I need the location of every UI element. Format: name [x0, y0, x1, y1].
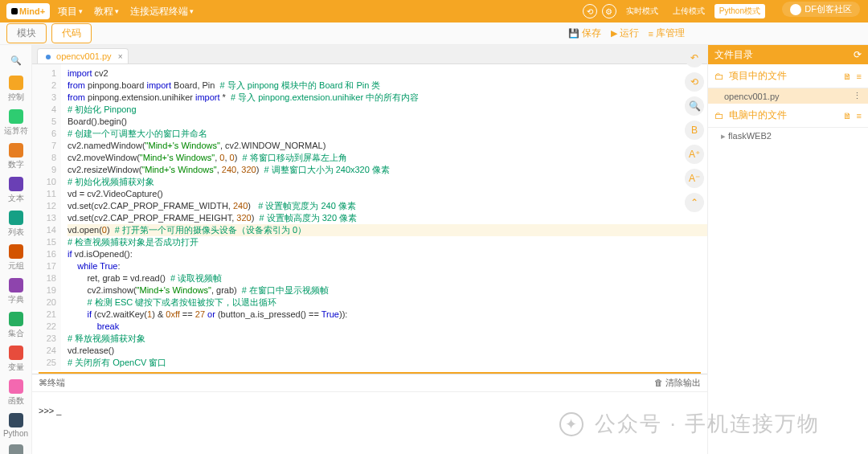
logo: Mind+ — [6, 3, 50, 19]
top-bar: Mind+ 项目 教程 连接远程终端 ⟲ ⚙ 实时模式 上传模式 Python模… — [0, 0, 868, 22]
mode-realtime[interactable]: 实时模式 — [621, 4, 663, 18]
wechat-icon: ✦ — [559, 412, 583, 436]
nav-item-1[interactable]: 控制 — [0, 72, 31, 106]
new-file-icon[interactable]: 🗎 — [843, 111, 852, 121]
computer-files-section[interactable]: 🗀 电脑中的文件 🗎 ≡ — [708, 104, 868, 128]
folder-icon: 🗀 — [714, 71, 724, 82]
code-editor[interactable]: 1234567891011121314151617181920212223242… — [32, 64, 707, 370]
tab-code[interactable]: 代码 — [51, 23, 92, 43]
folder-icon: 🗀 — [714, 110, 724, 121]
nav-item-7[interactable]: 字典 — [0, 275, 31, 309]
clear-output-button[interactable]: 🗑 清除输出 — [654, 377, 701, 389]
community-badge[interactable]: DF创客社区 — [782, 2, 860, 17]
nav-item-4[interactable]: 文本 — [0, 174, 31, 207]
menu-tutorial[interactable]: 教程 — [94, 5, 119, 18]
editor-btn-4[interactable]: A⁺ — [685, 145, 704, 164]
nav-item-10[interactable]: 函数 — [0, 376, 31, 410]
close-icon[interactable]: × — [118, 52, 123, 61]
watermark: ✦ 公众号 · 手机连接万物 — [559, 410, 820, 438]
mode-upload[interactable]: 上传模式 — [668, 4, 710, 18]
mode-python[interactable]: Python模式 — [714, 4, 765, 18]
editor-btn-2[interactable]: 🔍 — [685, 96, 704, 116]
editor-side-buttons: ↶⟲🔍BA⁺A⁻⌃ — [685, 64, 704, 217]
toolbar: 模块 代码 💾保存 ▶运行 ≡库管理 — [0, 22, 868, 45]
editor-btn-3[interactable]: B — [685, 121, 704, 140]
nav-item-8[interactable]: 集合 — [0, 309, 31, 342]
save-icon[interactable]: ⟲ — [583, 4, 597, 18]
file-directory-panel: 文件目录 ⟳ 🗀 项目中的文件 🗎 ≡ opencv001.py⋮ 🗀 电脑中的… — [707, 45, 868, 454]
run-button[interactable]: ▶运行 — [611, 27, 639, 40]
project-files-section[interactable]: 🗀 项目中的文件 🗎 ≡ — [708, 64, 868, 88]
nav-item-0[interactable]: 🔍 — [0, 50, 31, 72]
file-item[interactable]: opencv001.py⋮ — [708, 88, 868, 104]
editor-btn-5[interactable]: A⁻ — [685, 169, 704, 188]
modified-dot-icon — [46, 55, 51, 59]
tab-block[interactable]: 模块 — [6, 23, 47, 43]
list-icon[interactable]: ≡ — [857, 72, 862, 81]
more-icon[interactable]: ⋮ — [853, 91, 862, 101]
list-icon[interactable]: ≡ — [857, 111, 862, 121]
save-button[interactable]: 💾保存 — [568, 27, 601, 40]
nav-item-3[interactable]: 数字 — [0, 140, 31, 174]
panel-title: 文件目录 — [714, 48, 753, 62]
file-tabs: opencv001.py × — [32, 45, 707, 64]
nav-item-9[interactable]: 变量 — [0, 342, 31, 376]
editor-btn-1[interactable]: ⟲ — [685, 72, 704, 92]
nav-item-11[interactable]: Python — [0, 410, 31, 441]
nav-item-6[interactable]: 元组 — [0, 241, 31, 275]
lib-button[interactable]: ≡库管理 — [649, 27, 685, 40]
terminal-icon: ⌘ — [39, 378, 47, 388]
nav-item-2[interactable]: 运算符 — [0, 106, 31, 140]
menu-project[interactable]: 项目 — [58, 5, 83, 18]
editor-btn-0[interactable]: ↶ — [685, 64, 704, 67]
terminal-title: 终端 — [47, 377, 65, 389]
nav-item-12[interactable]: 行空板 — [0, 441, 31, 454]
file-tab[interactable]: opencv001.py × — [37, 48, 129, 63]
folder-item[interactable]: flaskWEB2 — [708, 128, 868, 145]
settings-icon[interactable]: ⚙ — [602, 4, 616, 18]
nav-item-5[interactable]: 列表 — [0, 207, 31, 241]
new-file-icon[interactable]: 🗎 — [843, 72, 852, 81]
editor-btn-6[interactable]: ⌃ — [685, 193, 704, 212]
left-nav: 🔍控制运算符数字文本列表元组字典集合变量函数Python行空板▦ — [0, 45, 32, 454]
refresh-icon[interactable]: ⟳ — [854, 49, 862, 60]
menu-connect[interactable]: 连接远程终端 — [130, 5, 194, 18]
